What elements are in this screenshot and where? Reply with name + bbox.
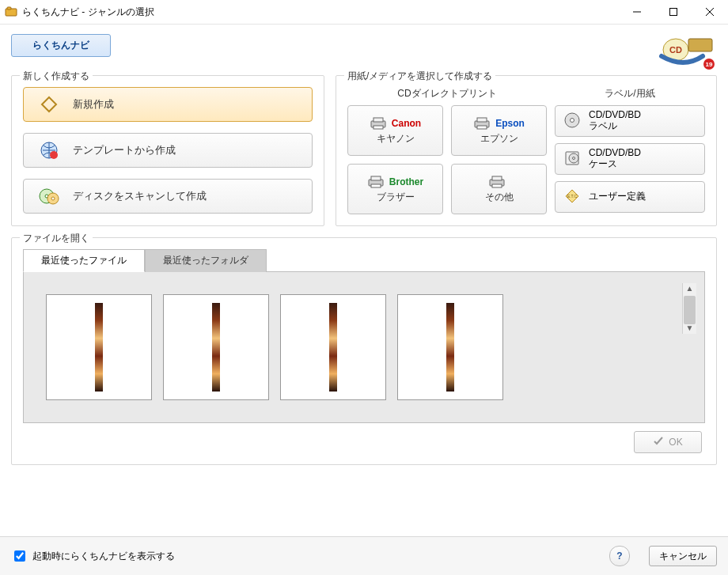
printer-brand: Epson	[495, 118, 525, 129]
svg-rect-18	[373, 118, 383, 122]
spine-preview-icon	[329, 303, 337, 392]
svg-rect-3	[670, 9, 677, 16]
spine-preview-icon	[95, 303, 103, 392]
check-icon	[653, 436, 664, 449]
printer-brand: Canon	[392, 118, 421, 129]
svg-rect-8	[688, 39, 712, 51]
svg-line-4	[706, 8, 714, 16]
printer-brother-button[interactable]: Brother ブラザー	[347, 164, 443, 214]
printer-sub: その他	[485, 191, 514, 204]
svg-rect-27	[492, 176, 502, 180]
rakuchin-navi-button[interactable]: らくちんナビ	[11, 34, 111, 57]
recent-file-thumb[interactable]	[397, 294, 503, 400]
label-line2: ラベル	[589, 121, 641, 132]
scrollbar-thumb[interactable]	[684, 296, 696, 324]
svg-rect-24	[371, 176, 381, 180]
svg-text:CD: CD	[669, 45, 682, 55]
dialog-body: らくちんナビ CD 19 新しく作成する 新規作成	[0, 25, 728, 538]
recent-file-thumb[interactable]	[280, 294, 386, 400]
group-select-media-legend: 用紙/メディアを選択して作成する	[344, 70, 495, 83]
tab-recent-folders[interactable]: 最近使ったフォルダ	[145, 249, 267, 272]
scroll-up-icon[interactable]: ▲	[686, 285, 694, 293]
close-button[interactable]	[692, 0, 728, 24]
printer-sub: キヤノン	[377, 132, 415, 146]
cancel-button[interactable]: キャンセル	[649, 546, 717, 566]
thumbnail-scrollbar[interactable]: ▲ ▼	[682, 283, 696, 334]
label-line2: ケース	[589, 159, 641, 170]
cd-dvd-bd-case-button[interactable]: CD/DVD/BD ケース	[555, 143, 705, 175]
printer-icon	[370, 116, 387, 131]
spine-preview-icon	[446, 303, 454, 392]
group-open-file-legend: ファイルを開く	[20, 232, 93, 245]
user-defined-button[interactable]: E.T.C ユーザー定義	[555, 181, 705, 213]
ok-button[interactable]: OK	[634, 431, 702, 453]
printer-epson-button[interactable]: Epson エプソン	[451, 105, 547, 156]
printer-icon	[488, 175, 506, 189]
top-strip: らくちんナビ CD 19	[11, 34, 717, 70]
new-blank-button[interactable]: 新規作成	[23, 87, 313, 122]
diamond-icon	[38, 93, 60, 115]
svg-point-33	[573, 157, 575, 159]
new-blank-label: 新規作成	[73, 97, 114, 112]
printer-icon	[367, 175, 385, 189]
direct-print-column: CDダイレクトプリント Canon キヤノン Ep	[347, 87, 547, 214]
from-disc-scan-label: ディスクをスキャンして作成	[73, 189, 207, 203]
disc-scan-icon	[38, 185, 60, 207]
tab-recent-files[interactable]: 最近使ったファイル	[23, 249, 145, 272]
printer-canon-button[interactable]: Canon キヤノン	[347, 105, 443, 156]
etc-icon: E.T.C	[563, 187, 581, 207]
label-line1: ユーザー定義	[589, 191, 646, 202]
disc-icon	[563, 112, 581, 131]
file-tabs: 最近使ったファイル 最近使ったフォルダ	[23, 249, 705, 272]
spine-preview-icon	[212, 303, 220, 392]
show-on-startup-checkbox[interactable]: 起動時にらくちんナビを表示する	[11, 548, 609, 564]
printer-brand: Brother	[389, 176, 423, 187]
svg-point-30	[571, 118, 574, 122]
svg-marker-10	[42, 97, 56, 112]
svg-rect-19	[373, 126, 383, 129]
show-on-startup-label: 起動時にらくちんナビを表示する	[32, 550, 175, 563]
recent-file-thumb[interactable]	[46, 294, 152, 400]
svg-text:E.T.C: E.T.C	[567, 194, 578, 199]
groups-row: 新しく作成する 新規作成 テンプレートから作成 ディスクをスキャンして作成	[11, 69, 717, 226]
svg-rect-22	[477, 126, 487, 129]
group-open-file: ファイルを開く 最近使ったファイル 最近使ったフォルダ ▲ ▼ OK	[11, 237, 717, 465]
svg-point-16	[51, 197, 55, 200]
case-icon	[563, 149, 581, 169]
printer-sub: ブラザー	[377, 191, 415, 204]
brand-logo: CD 19	[650, 34, 717, 70]
label-line1: CD/DVD/BD	[589, 110, 641, 121]
printer-sub: エプソン	[480, 132, 518, 146]
printer-other-button[interactable]: その他	[451, 164, 547, 214]
svg-rect-1	[7, 7, 11, 9]
bottom-bar: 起動時にらくちんナビを表示する ? キャンセル	[0, 536, 728, 575]
ok-label: OK	[669, 437, 682, 448]
label-line1: CD/DVD/BD	[589, 148, 641, 159]
help-button[interactable]: ?	[609, 546, 630, 566]
question-icon: ?	[616, 550, 622, 562]
brand-badge-number: 19	[706, 61, 713, 68]
recent-file-thumb[interactable]	[163, 294, 269, 400]
window-title: らくちんナビ - ジャンルの選択	[22, 6, 619, 19]
maximize-button[interactable]	[655, 0, 692, 24]
show-on-startup-input[interactable]	[14, 550, 25, 562]
cd-dvd-bd-label-button[interactable]: CD/DVD/BD ラベル	[555, 105, 705, 137]
thumbnail-row	[32, 283, 682, 411]
scroll-down-icon[interactable]: ▼	[686, 324, 694, 332]
svg-point-12	[50, 151, 58, 159]
label-paper-column: ラベル/用紙 CD/DVD/BD ラベル CD/DVD/BD ケース	[555, 87, 705, 214]
label-paper-header: ラベル/用紙	[555, 87, 705, 100]
minimize-button[interactable]	[619, 0, 655, 24]
svg-rect-28	[492, 184, 502, 187]
svg-rect-0	[6, 9, 17, 16]
printer-icon	[473, 116, 491, 131]
app-icon	[5, 6, 17, 18]
svg-rect-21	[477, 118, 487, 122]
titlebar: らくちんナビ - ジャンルの選択	[0, 0, 728, 25]
from-disc-scan-button[interactable]: ディスクをスキャンして作成	[23, 179, 313, 214]
thumbnail-area: ▲ ▼	[23, 272, 705, 423]
direct-print-header: CDダイレクトプリント	[347, 87, 547, 100]
group-create-new: 新しく作成する 新規作成 テンプレートから作成 ディスクをスキャンして作成	[11, 75, 324, 226]
group-create-new-legend: 新しく作成する	[20, 70, 93, 83]
from-template-button[interactable]: テンプレートから作成	[23, 133, 313, 168]
